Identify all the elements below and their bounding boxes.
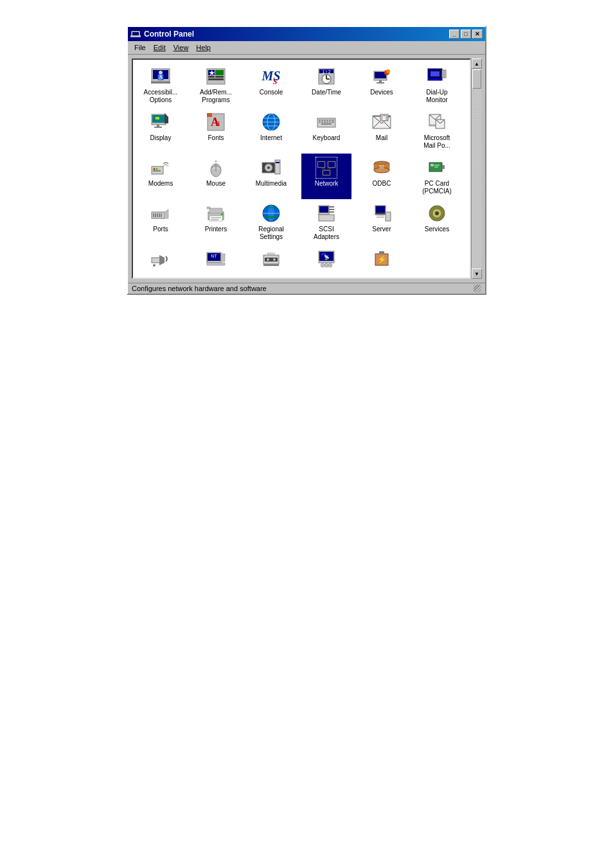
icon-printers[interactable]: Printers xyxy=(191,199,241,245)
icon-mail[interactable]: 📋 Mail xyxy=(357,108,407,154)
network-icon xyxy=(316,157,337,178)
icon-accessibility[interactable]: ♿ Accessibil...Options xyxy=(136,62,186,108)
svg-rect-120 xyxy=(209,208,222,213)
svg-rect-25 xyxy=(379,80,382,82)
server-icon xyxy=(371,203,392,224)
scroll-up-button[interactable]: ▲ xyxy=(472,58,482,69)
icon-multimedia[interactable]: Multimedia xyxy=(246,154,296,199)
tape-icon: easy xyxy=(261,249,281,269)
svg-text:★: ★ xyxy=(209,69,215,76)
resize-grip[interactable] xyxy=(474,285,481,292)
svg-text:S: S xyxy=(273,77,278,86)
menu-edit[interactable]: Edit xyxy=(150,42,170,53)
icon-devices[interactable]: Devices xyxy=(357,62,407,108)
icon-telephony[interactable]: 📡 xyxy=(301,245,351,275)
scrollbar: ▲ ▼ xyxy=(471,58,481,279)
icons-grid: ♿ Accessibil...Options ★ xyxy=(132,58,471,279)
icon-ups[interactable]: ⚡ xyxy=(357,245,407,275)
icon-ports[interactable]: Ports xyxy=(136,199,186,245)
svg-rect-137 xyxy=(376,206,385,213)
ports-label: Ports xyxy=(153,226,168,233)
icon-keyboard[interactable]: Keyboard xyxy=(301,108,351,154)
icon-console[interactable]: MS S Console xyxy=(246,62,296,108)
scroll-down-button[interactable]: ▼ xyxy=(472,269,482,279)
svg-rect-124 xyxy=(221,213,223,215)
accessibility-icon: ♿ xyxy=(150,66,171,87)
title-bar-left: Control Panel xyxy=(130,29,194,39)
scroll-track[interactable] xyxy=(472,69,481,269)
minimize-button[interactable]: _ xyxy=(449,30,459,39)
icon-internet[interactable]: Internet xyxy=(246,108,296,154)
icon-sounds[interactable] xyxy=(136,245,186,275)
icon-ms-mail[interactable]: MicrosoftMail Po... xyxy=(412,108,462,154)
icon-datetime[interactable]: 1 i 2 Date/Time xyxy=(301,62,351,108)
devices-icon xyxy=(371,66,392,87)
regional-label: RegionalSettings xyxy=(258,226,283,241)
icon-services[interactable]: Services xyxy=(412,199,462,245)
svg-marker-39 xyxy=(164,113,168,123)
svg-text:32: 32 xyxy=(379,164,384,169)
svg-rect-115 xyxy=(155,213,156,217)
display-icon xyxy=(150,112,171,132)
modems-label: Modems xyxy=(148,180,173,188)
icon-odbc[interactable]: 32 ODBC xyxy=(357,154,407,199)
keyboard-label: Keyboard xyxy=(313,134,341,142)
sounds-icon xyxy=(150,249,171,269)
svg-rect-5 xyxy=(151,82,170,84)
icon-display[interactable]: Display xyxy=(136,108,186,154)
server-label: Server xyxy=(372,226,391,233)
multimedia-icon xyxy=(261,157,281,178)
icon-network[interactable]: Network xyxy=(301,154,351,199)
svg-point-81 xyxy=(154,168,155,170)
maximize-button[interactable]: □ xyxy=(461,30,471,39)
svg-rect-51 xyxy=(319,120,321,121)
svg-rect-123 xyxy=(211,219,218,220)
svg-line-100 xyxy=(321,168,326,170)
icon-tape[interactable]: easy xyxy=(246,245,296,275)
menu-view[interactable]: View xyxy=(170,42,193,53)
svg-rect-135 xyxy=(319,215,333,220)
icon-dialup[interactable]: Dial-UpMonitor xyxy=(412,62,462,108)
svg-rect-150 xyxy=(152,258,160,262)
icon-regional[interactable]: RegionalSettings xyxy=(246,199,296,245)
regional-icon xyxy=(261,203,281,224)
control-panel-window: Control Panel _ □ ✕ File Edit View Help xyxy=(127,26,486,295)
svg-rect-93 xyxy=(276,162,280,163)
svg-rect-116 xyxy=(157,213,158,217)
icon-fonts[interactable]: A a Fonts xyxy=(191,108,241,154)
mouse-icon xyxy=(206,157,226,178)
menu-file[interactable]: File xyxy=(130,42,150,53)
fonts-icon: A a xyxy=(206,112,226,132)
close-button[interactable]: ✕ xyxy=(472,30,483,39)
icon-add-remove[interactable]: ★ Add/Rem...Programs xyxy=(191,62,241,108)
svg-rect-38 xyxy=(154,127,162,128)
icon-system[interactable]: NT xyxy=(191,245,241,275)
svg-rect-147 xyxy=(429,212,432,215)
svg-rect-122 xyxy=(211,217,221,218)
svg-rect-2 xyxy=(130,35,141,37)
icon-scsi[interactable]: SCSIAdapters xyxy=(301,199,351,245)
svg-rect-52 xyxy=(321,120,323,121)
menu-help[interactable]: Help xyxy=(192,42,215,53)
network-label: Network xyxy=(314,180,340,188)
icon-pccard[interactable]: PC Card(PCMCIA) xyxy=(412,154,462,199)
svg-rect-11 xyxy=(215,70,224,75)
icon-mouse[interactable]: Mouse xyxy=(191,154,241,199)
mail-label: Mail xyxy=(376,134,387,142)
icon-modems[interactable]: Modems xyxy=(136,154,186,199)
menu-bar: File Edit View Help xyxy=(128,41,485,55)
pccard-label: PC Card(PCMCIA) xyxy=(422,180,452,195)
svg-rect-60 xyxy=(326,121,328,123)
svg-text:📡: 📡 xyxy=(324,254,330,260)
svg-rect-125 xyxy=(207,207,210,209)
title-icon xyxy=(130,29,141,39)
icon-server[interactable]: Server xyxy=(357,199,407,245)
odbc-label: ODBC xyxy=(373,180,391,188)
telephony-icon: 📡 xyxy=(316,249,337,269)
svg-rect-130 xyxy=(319,206,328,213)
scroll-thumb[interactable] xyxy=(472,69,481,89)
svg-text:easy: easy xyxy=(267,251,276,255)
datetime-label: Date/Time xyxy=(312,89,341,96)
ups-icon: ⚡ xyxy=(371,249,392,269)
status-bar: Configures network hardware and software xyxy=(128,283,485,294)
